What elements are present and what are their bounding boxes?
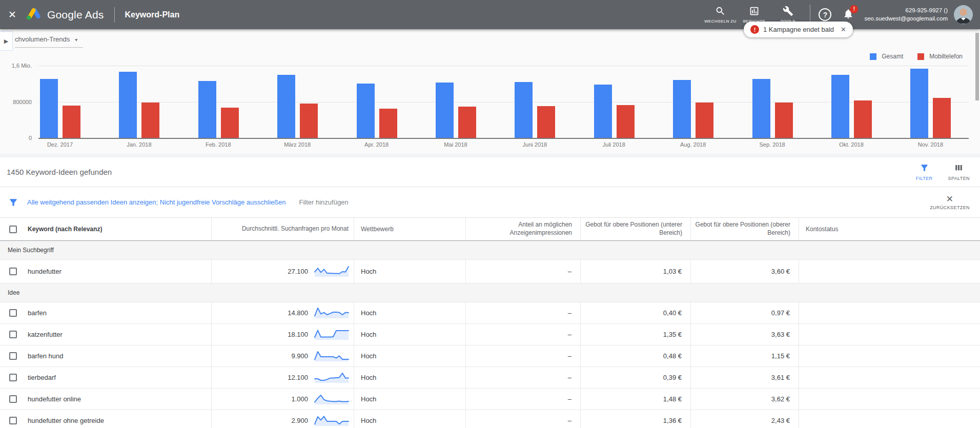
keyword-text: tierbedarf — [28, 374, 56, 381]
bar-chart-icon — [749, 6, 760, 16]
filter-bar: Alle weitgehend passenden Ideen anzeigen… — [0, 187, 980, 218]
avatar[interactable] — [954, 5, 973, 24]
table-section-row: Mein Suchbegriff — [0, 241, 980, 260]
close-icon[interactable]: ✕ — [0, 9, 26, 21]
row-checkbox[interactable] — [9, 309, 17, 317]
top-bid-high-cell: 2,43 € — [690, 410, 799, 428]
competition-cell: Hoch — [354, 345, 465, 366]
topbar-divider — [114, 7, 115, 23]
brand-name: Google Ads — [47, 9, 104, 21]
columns-button[interactable]: SPALTEN — [948, 163, 970, 181]
impression-share-cell: – — [465, 324, 580, 345]
avg-searches-cell: 9.900 — [211, 345, 354, 366]
table-row: barfen hund 9.900 Hoch – 0,48 € 1,15 € — [0, 345, 980, 367]
filter-button-label: FILTER — [916, 176, 933, 181]
notifications-button[interactable]: ! — [843, 8, 854, 22]
table-row: hundefutter 27.100 Hoch – 1,03 € 3,60 € — [0, 260, 980, 283]
row-checkbox[interactable] — [9, 395, 17, 403]
row-checkbox[interactable] — [9, 374, 17, 381]
x-axis-label: Aug. 2018 — [660, 141, 726, 148]
reports-button[interactable]: BERICHTE — [737, 6, 771, 24]
x-axis-label: Okt. 2018 — [818, 141, 885, 148]
table-header: Keyword (nach Relevanz) Durchschnittl. S… — [0, 218, 980, 241]
trend-sparkline — [314, 305, 350, 320]
impression-share-cell: – — [465, 367, 580, 388]
table-section-row: Idee — [0, 283, 980, 302]
keyword-text: katzenfutter — [28, 331, 63, 338]
keyword-cell: hundefutter online — [0, 389, 211, 410]
avg-searches-value: 14.800 — [288, 309, 308, 317]
impression-share-cell: – — [465, 302, 580, 323]
row-checkbox[interactable] — [9, 417, 17, 424]
campaign-toast[interactable]: ! 1 Kampagne endet bald ✕ — [744, 22, 853, 37]
google-ads-logo-icon — [26, 7, 42, 23]
table-body: Mein Suchbegriff hundefutter 27.100 Hoch… — [0, 241, 980, 428]
impression-share-cell: – — [465, 345, 580, 366]
toast-text: 1 Kampagne endet bald — [763, 26, 834, 33]
applied-filters-link[interactable]: Alle weitgehend passenden Ideen anzeigen… — [27, 198, 285, 206]
toast-close-icon[interactable]: ✕ — [841, 26, 846, 33]
keyword-header-cell: Keyword (nach Relevanz) — [0, 218, 211, 240]
bar-gesamt — [515, 82, 533, 138]
add-filter-button[interactable]: Filter hinzufügen — [299, 198, 348, 206]
chart-plot: 08000001,6 Mio.Dez. 2017Jan. 2018Feb. 20… — [0, 29, 980, 154]
account-info[interactable]: 629-925-9927 () seo.suedwest@googlemail.… — [864, 7, 948, 23]
bar-gesamt — [357, 84, 375, 138]
avg-searches-value: 9.900 — [291, 352, 308, 360]
filter-funnel-icon — [920, 163, 929, 174]
search-volume-trends-chart: ▶ chvolumen-Trends▾ Gesamt Mobiltelefon … — [0, 29, 980, 154]
avg-searches-value: 12.100 — [288, 374, 308, 381]
x-axis-label: Mai 2018 — [422, 141, 489, 148]
select-all-checkbox[interactable] — [9, 226, 17, 233]
columns-icon — [954, 163, 964, 174]
competition-cell: Hoch — [354, 410, 465, 428]
avg-searches-cell: 18.100 — [211, 324, 354, 345]
bar-gesamt — [436, 83, 454, 138]
competition-cell: Hoch — [354, 260, 465, 283]
help-button[interactable]: ? — [819, 8, 831, 21]
reset-button[interactable]: ✕ ZURÜCKSETZEN — [930, 195, 970, 210]
keyword-text: hundefutter ohne getreide — [28, 417, 104, 424]
table-row: hundefutter ohne getreide 2.900 Hoch – 1… — [0, 410, 980, 428]
switch-to-button[interactable]: WECHSELN ZU — [703, 6, 737, 24]
tools-button[interactable]: TOOLS — [771, 6, 805, 24]
x-axis-label: Dez. 2017 — [27, 141, 93, 148]
competition-cell: Hoch — [354, 302, 465, 323]
vertical-scrollbar[interactable] — [975, 33, 979, 100]
x-axis-label: Sep. 2018 — [739, 141, 806, 148]
keyword-cell: katzenfutter — [0, 324, 211, 345]
row-checkbox[interactable] — [9, 352, 17, 360]
results-tools: FILTER SPALTEN — [916, 163, 970, 181]
top-bid-high-cell: 3,63 € — [690, 324, 799, 345]
google-ads-keyword-planner: ✕ Google Ads Keyword-Plan WECHSELN ZU — [0, 0, 980, 428]
notification-badge: ! — [850, 5, 858, 13]
bar-mobiltelefon — [537, 106, 555, 138]
bar-mobiltelefon — [379, 109, 397, 138]
row-checkbox[interactable] — [9, 331, 17, 338]
column-header-keyword: Keyword (nach Relevanz) — [28, 226, 102, 233]
gridline — [38, 138, 969, 139]
bar-mobiltelefon — [617, 105, 635, 138]
avg-searches-cell: 14.800 — [211, 302, 354, 323]
reset-close-icon: ✕ — [946, 195, 954, 203]
trend-sparkline — [314, 370, 350, 385]
keyword-text: barfen — [28, 309, 47, 317]
filter-button[interactable]: FILTER — [916, 163, 933, 181]
google-ads-logo[interactable]: Google Ads — [26, 7, 104, 23]
column-header: Kontostatus — [799, 218, 980, 240]
avg-searches-cell: 1.000 — [211, 389, 354, 410]
table-row: hundefutter online 1.000 Hoch – 1,48 € 3… — [0, 389, 980, 410]
bar-mobiltelefon — [141, 103, 159, 138]
bar-mobiltelefon — [300, 104, 318, 138]
columns-button-label: SPALTEN — [948, 176, 970, 181]
bar-gesamt — [277, 75, 295, 138]
competition-cell: Hoch — [354, 367, 465, 388]
top-bid-low-cell: 0,39 € — [580, 367, 690, 388]
top-bid-low-cell: 1,48 € — [580, 389, 690, 410]
wrench-icon — [783, 6, 793, 16]
keyword-cell: hundefutter ohne getreide — [0, 410, 211, 428]
impression-share-cell: – — [465, 389, 580, 410]
trend-sparkline — [314, 327, 350, 342]
row-checkbox[interactable] — [9, 268, 17, 275]
x-axis-label: Nov. 2018 — [897, 141, 964, 148]
